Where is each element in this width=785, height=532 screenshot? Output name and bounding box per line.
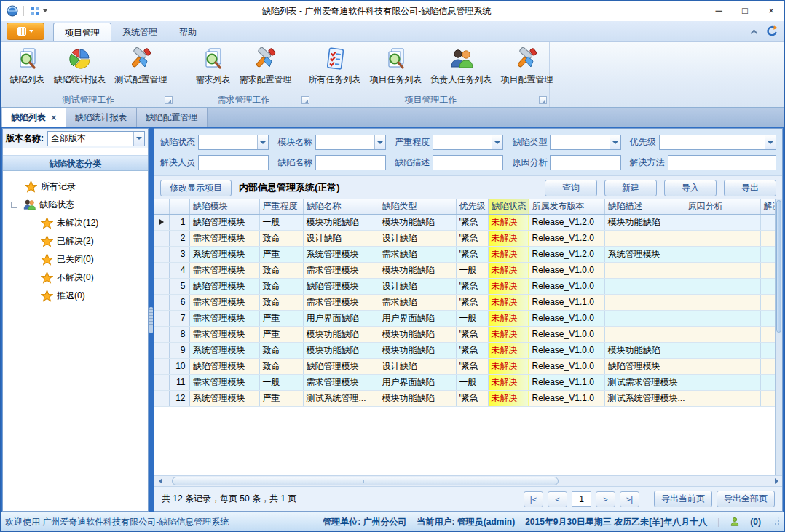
cell-release[interactable]: Release_V1.0.0 (529, 326, 604, 342)
cell-status[interactable]: 未解决 (488, 278, 529, 294)
cell-module[interactable]: 系统管理模块 (189, 246, 259, 262)
next-page-button[interactable]: > (596, 491, 615, 507)
cell-type[interactable]: 需求缺陷 (379, 294, 456, 310)
cell-name[interactable]: 模块功能缺陷 (303, 342, 379, 358)
table-row[interactable]: 2 需求管理模块 致命 设计缺陷 设计缺陷 '紧急 未解决 Release_V1… (154, 230, 775, 246)
dropdown-arrow-icon[interactable] (374, 135, 385, 149)
cell-cause[interactable] (685, 278, 760, 294)
table-row[interactable]: 8 需求管理模块 严重 模块功能缺陷 模块功能缺陷 '紧急 未解决 Releas… (154, 326, 775, 342)
ribbon-button[interactable]: 需求配置管理 (236, 46, 296, 87)
table-row[interactable]: 10 缺陷管理模块 致命 缺陷管理模块 设计缺陷 '紧急 未解决 Release… (154, 358, 775, 374)
cell-status[interactable]: 未解决 (488, 326, 529, 342)
cell-type[interactable]: 模块功能缺陷 (379, 262, 456, 278)
cell-status[interactable]: 未解决 (488, 246, 529, 262)
column-header[interactable]: 严重程度 (259, 199, 303, 214)
cell-description[interactable]: 测试需求管理模块 (604, 374, 685, 390)
ribbon-button[interactable]: 所有任务列表 (305, 46, 365, 87)
modify-columns-button[interactable]: 修改显示项目 (160, 180, 232, 196)
cell-module[interactable]: 缺陷管理模块 (189, 278, 259, 294)
cell-solution[interactable] (760, 342, 775, 358)
tree-item[interactable]: 所有记录 (3, 178, 148, 196)
cell-solution[interactable] (760, 294, 775, 310)
action-button[interactable]: 导出 (724, 180, 776, 196)
cell-priority[interactable]: '紧急 (456, 294, 488, 310)
table-row[interactable]: 1 缺陷管理模块 一般 模块功能缺陷 模块功能缺陷 '紧急 未解决 Releas… (154, 214, 775, 230)
cell-cause[interactable] (685, 342, 760, 358)
vertical-scrollbar[interactable] (775, 199, 782, 475)
cell-cause[interactable] (685, 230, 760, 246)
dialog-launcher-icon[interactable] (539, 96, 547, 104)
cell-solution[interactable] (760, 326, 775, 342)
maximize-button[interactable]: □ (732, 1, 758, 21)
cell-description[interactable]: 模块功能缺陷 (604, 342, 685, 358)
cell-name[interactable]: 用户界面缺陷 (303, 310, 379, 326)
cell-module[interactable]: 系统管理模块 (189, 390, 259, 406)
cell-description[interactable] (604, 230, 685, 246)
collapse-ribbon-icon[interactable] (751, 29, 758, 36)
filter-input[interactable] (550, 155, 620, 170)
cell-name[interactable]: 系统管理模块 (303, 246, 379, 262)
cell-type[interactable]: 模块功能缺陷 (379, 342, 456, 358)
ribbon-button[interactable]: 项目配置管理 (497, 46, 557, 87)
cell-cause[interactable] (685, 214, 760, 230)
page-number-input[interactable] (572, 491, 591, 507)
application-menu-button[interactable] (7, 23, 44, 40)
cell-severity[interactable]: 致命 (259, 230, 303, 246)
cell-description[interactable]: 模块功能缺陷 (604, 214, 685, 230)
cell-name[interactable]: 缺陷管理模块 (303, 358, 379, 374)
action-button[interactable]: 新建 (604, 180, 657, 196)
filter-input[interactable] (198, 155, 269, 170)
resize-grip-icon[interactable] (771, 517, 780, 526)
column-header[interactable]: 优先级 (456, 199, 488, 214)
column-header[interactable]: 缺陷类型 (379, 199, 456, 214)
cell-priority[interactable]: '紧急 (456, 358, 488, 374)
ribbon-tab[interactable]: 帮助 (168, 23, 208, 41)
table-row[interactable]: 5 缺陷管理模块 致命 缺陷管理模块 设计缺陷 '紧急 未解决 Release_… (154, 278, 775, 294)
ribbon-tab[interactable]: 项目管理 (53, 23, 111, 41)
cell-cause[interactable] (685, 310, 760, 326)
cell-status[interactable]: 未解决 (488, 310, 529, 326)
ribbon-button[interactable]: 需求列表 (192, 46, 234, 87)
cell-cause[interactable] (685, 374, 760, 390)
cell-name[interactable]: 测试系统管理... (303, 390, 379, 406)
cell-solution[interactable] (760, 310, 775, 326)
cell-name[interactable]: 需求管理模块 (303, 374, 379, 390)
cell-name[interactable]: 需求管理模块 (303, 294, 379, 310)
vertical-scrollbar-thumb[interactable] (776, 200, 781, 333)
tree-item[interactable]: 已解决(2) (3, 232, 148, 250)
cell-release[interactable]: Release_V1.2.0 (529, 246, 604, 262)
cell-module[interactable]: 缺陷管理模块 (189, 214, 259, 230)
filter-combo[interactable] (550, 135, 620, 150)
cell-description[interactable] (604, 262, 685, 278)
cell-priority[interactable]: '紧急 (456, 230, 488, 246)
filter-combo[interactable] (315, 135, 386, 150)
document-tab[interactable]: 缺陷配置管理 (137, 108, 208, 127)
cell-description[interactable] (604, 326, 685, 342)
cell-release[interactable]: Release_V1.2.0 (529, 230, 604, 246)
version-select[interactable]: 全部版本 (47, 131, 145, 146)
cell-priority[interactable]: 一般 (456, 374, 488, 390)
column-header[interactable]: 解决 (760, 199, 775, 214)
cell-release[interactable]: Release_V1.0.0 (529, 358, 604, 374)
cell-priority[interactable]: '紧急 (456, 342, 488, 358)
cell-priority[interactable]: '紧急 (456, 246, 488, 262)
tree-item[interactable]: 不解决(0) (3, 269, 148, 287)
cell-severity[interactable]: 致命 (259, 358, 303, 374)
tree-item[interactable]: 缺陷状态 (3, 196, 148, 214)
cell-type[interactable]: 模块功能缺陷 (379, 326, 456, 342)
document-tab[interactable]: 缺陷列表 (2, 108, 66, 127)
cell-type[interactable]: 用户界面缺陷 (379, 374, 456, 390)
document-tab[interactable]: 缺陷统计报表 (66, 108, 137, 127)
cell-name[interactable]: 模块功能缺陷 (303, 214, 379, 230)
cell-severity[interactable]: 致命 (259, 278, 303, 294)
cell-name[interactable]: 模块功能缺陷 (303, 326, 379, 342)
filter-input[interactable] (315, 155, 386, 170)
cell-type[interactable]: 设计缺陷 (379, 358, 456, 374)
cell-release[interactable]: Release_V1.1.0 (529, 390, 604, 406)
cell-module[interactable]: 需求管理模块 (189, 262, 259, 278)
filter-input[interactable] (668, 155, 776, 170)
panel-splitter[interactable] (149, 128, 154, 512)
cell-type[interactable]: 需求缺陷 (379, 246, 456, 262)
cell-name[interactable]: 缺陷管理模块 (303, 278, 379, 294)
cell-status[interactable]: 未解决 (488, 342, 529, 358)
